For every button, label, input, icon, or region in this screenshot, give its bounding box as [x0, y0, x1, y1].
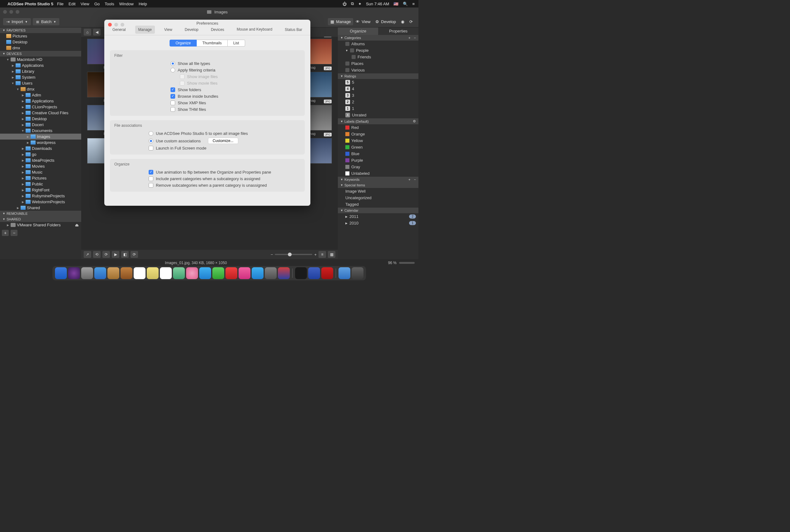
- tree-rightfont[interactable]: ▶RightFont: [0, 187, 81, 193]
- tab-organize[interactable]: Organize: [338, 27, 378, 35]
- nav-back-button[interactable]: ◀: [93, 29, 100, 36]
- tree-public[interactable]: ▶Public: [0, 181, 81, 187]
- status-clock[interactable]: Sun 7:46 AM: [366, 2, 389, 6]
- label-orange[interactable]: Orange: [338, 131, 418, 137]
- fav-pictures[interactable]: Pictures: [0, 33, 81, 39]
- tree-doceri[interactable]: ▶Doceri: [0, 122, 81, 128]
- dock-finder[interactable]: [55, 267, 67, 279]
- status-control-center-icon[interactable]: ≡: [412, 2, 415, 6]
- tree-webstormprojects[interactable]: ▶WebstormProjects: [0, 199, 81, 205]
- check-use-animation[interactable]: [149, 170, 153, 174]
- check-browse-bundles[interactable]: [170, 94, 175, 99]
- tree-movies[interactable]: ▶Movies: [0, 163, 81, 169]
- tree-shared[interactable]: ▶Shared: [0, 205, 81, 211]
- seg-organize[interactable]: Organize: [170, 40, 197, 46]
- checkbox[interactable]: [345, 68, 350, 72]
- label-gray[interactable]: Gray: [338, 164, 418, 170]
- special-imagewell[interactable]: Image Well: [338, 188, 418, 194]
- dock-maps[interactable]: [173, 267, 185, 279]
- rotate-cw-button[interactable]: ⟳: [102, 251, 110, 258]
- radio-apply-criteria[interactable]: [170, 68, 175, 72]
- tree-creativecloud[interactable]: ▶Creative Cloud Files: [0, 110, 81, 116]
- tree-vmware-shared[interactable]: ▶VMware Shared Folders⏏: [0, 222, 81, 228]
- check-fullscreen[interactable]: [149, 146, 153, 151]
- rotate-ccw-button[interactable]: ⟲: [93, 251, 100, 258]
- dock-downloads[interactable]: [338, 267, 350, 279]
- tree-go[interactable]: ▶go: [0, 151, 81, 157]
- dock-news[interactable]: [225, 267, 237, 279]
- dock-siri[interactable]: [68, 267, 80, 279]
- tree-adlm[interactable]: ▶Adlm: [0, 92, 81, 98]
- pref-minimize-button[interactable]: [114, 23, 118, 26]
- zoom-slider[interactable]: [275, 254, 312, 255]
- pref-zoom-button[interactable]: [120, 23, 124, 26]
- seg-thumbnails[interactable]: Thumbnails: [197, 40, 228, 46]
- dock-1password[interactable]: [308, 267, 320, 279]
- tree-user-pictures[interactable]: ▶Pictures: [0, 175, 81, 181]
- pref-tab-view[interactable]: View: [161, 25, 175, 34]
- tree-user-dmx[interactable]: ▼dmx: [0, 86, 81, 92]
- tree-images[interactable]: ▶Images: [0, 134, 81, 139]
- nav-home-button[interactable]: ⌂: [84, 29, 91, 36]
- checkbox[interactable]: [352, 55, 356, 59]
- dock-notes[interactable]: [147, 267, 158, 279]
- label-green[interactable]: Green: [338, 144, 418, 151]
- status-flag-icon[interactable]: 🇺🇸: [393, 2, 398, 6]
- mode-360[interactable]: ◉: [398, 18, 407, 25]
- remove-icon[interactable]: −: [414, 36, 416, 40]
- close-button[interactable]: [3, 10, 7, 14]
- batch-button[interactable]: ≣ Batch ▼: [33, 18, 59, 25]
- rating-3[interactable]: 33: [338, 92, 418, 99]
- radio-use-custom[interactable]: [149, 139, 153, 143]
- status-indicator-icon[interactable]: ✦: [358, 2, 362, 6]
- rating-5[interactable]: 55: [338, 79, 418, 86]
- tree-user-applications[interactable]: ▶Applications: [0, 98, 81, 104]
- check-show-folders[interactable]: [170, 88, 175, 92]
- status-power-icon[interactable]: ⏻: [342, 2, 346, 6]
- label-red[interactable]: Red: [338, 124, 418, 131]
- dock-contacts[interactable]: [108, 267, 119, 279]
- section-categories[interactable]: ▼Categories+ −: [338, 35, 418, 41]
- section-calendar[interactable]: ▼Calendar: [338, 208, 418, 213]
- radio-use-acdsee[interactable]: [149, 131, 153, 136]
- section-ratings[interactable]: ▼Ratings: [338, 73, 418, 79]
- tree-music[interactable]: ▶Music: [0, 169, 81, 175]
- dock-appstore[interactable]: [252, 267, 264, 279]
- special-uncategorized[interactable]: Uncategorized: [338, 194, 418, 201]
- dock-calendar[interactable]: [134, 267, 146, 279]
- cat-friends[interactable]: Friends: [338, 54, 418, 60]
- check-thm[interactable]: [170, 107, 175, 112]
- gear-icon[interactable]: ⚙: [413, 119, 416, 123]
- mode-manage[interactable]: ▦ Manage: [328, 18, 353, 25]
- cat-people[interactable]: ▼People: [338, 47, 418, 54]
- rating-2[interactable]: 22: [338, 99, 418, 105]
- mode-sync[interactable]: ⟳: [407, 18, 415, 25]
- export-button[interactable]: ↗: [84, 251, 91, 258]
- tree-system[interactable]: ▶System: [0, 74, 81, 80]
- zoom-out-button[interactable]: −: [271, 252, 273, 257]
- menu-window[interactable]: Window: [119, 2, 134, 6]
- zoom-button[interactable]: [16, 10, 19, 14]
- menu-file[interactable]: File: [57, 2, 64, 6]
- mode-develop[interactable]: ⚙ Develop: [373, 18, 398, 25]
- dock-terminal[interactable]: [295, 267, 307, 279]
- tree-macintosh-hd[interactable]: ▼Macintosh HD: [0, 57, 81, 62]
- menu-tools[interactable]: Tools: [105, 2, 114, 6]
- status-spotlight-icon[interactable]: 🔍: [403, 2, 408, 6]
- cat-places[interactable]: Places: [338, 60, 418, 67]
- refresh-button[interactable]: ⟳: [131, 251, 138, 258]
- compare-button[interactable]: ◧: [121, 251, 129, 258]
- pref-tab-statusbar[interactable]: Status Bar: [282, 25, 305, 34]
- tree-documents[interactable]: ▼Documents: [0, 128, 81, 134]
- pref-tab-devices[interactable]: Devices: [208, 25, 227, 34]
- section-devices[interactable]: ▼DEVICES: [0, 51, 81, 57]
- section-shared[interactable]: ▼SHARED: [0, 216, 81, 222]
- fav-dmx[interactable]: dmx: [0, 45, 81, 51]
- rating-1[interactable]: 11: [338, 105, 418, 112]
- minimize-button[interactable]: [10, 10, 13, 14]
- section-special[interactable]: ▼Special Items: [338, 182, 418, 188]
- dock-settings[interactable]: [265, 267, 277, 279]
- tree-clionprojects[interactable]: ▶CLionProjects: [0, 104, 81, 110]
- tree-downloads[interactable]: ▶Downloads: [0, 146, 81, 151]
- pref-tab-mousekb[interactable]: Mouse and Keyboard: [233, 25, 276, 34]
